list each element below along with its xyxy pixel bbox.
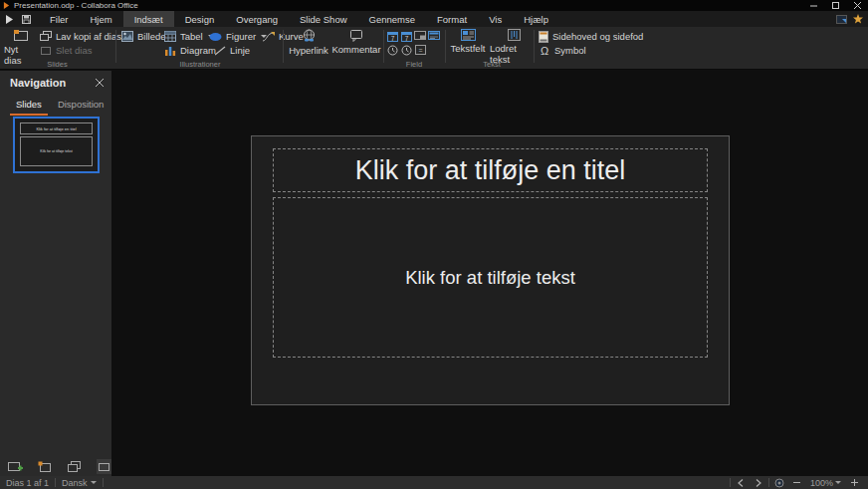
symbol-button[interactable]: Ω Symbol — [539, 44, 586, 57]
hyperlink-button[interactable]: Hyperlink — [287, 29, 330, 56]
screen-mode-icon[interactable] — [836, 15, 847, 24]
insert-time-fixed-button[interactable] — [386, 44, 398, 56]
menu-indsaet[interactable]: Indsæt — [123, 11, 174, 27]
insert-slide-count-button[interactable]: = — [414, 44, 426, 56]
image-icon — [121, 31, 133, 42]
delete-slide-button[interactable]: Slet dias — [40, 44, 92, 57]
slides-group-label: Slides — [0, 60, 114, 69]
close-icon — [854, 2, 861, 9]
menu-format[interactable]: Format — [426, 11, 478, 27]
body-placeholder[interactable]: Klik for at tilføje tekst — [273, 197, 708, 358]
insert-date-variable-button[interactable]: 7 — [400, 30, 412, 42]
thumbnail-body-placeholder: Klik for at tilføje tekst — [20, 136, 93, 166]
next-slide-button[interactable] — [751, 477, 766, 489]
insert-image-button[interactable]: Billede — [121, 30, 166, 43]
impress-app-icon — [3, 2, 10, 9]
header-footer-icon — [539, 31, 548, 43]
insert-table-button[interactable]: Tabel — [164, 30, 214, 43]
date-fixed-icon: 7 — [387, 31, 398, 42]
new-slide-toolbar-button[interactable] — [8, 459, 24, 474]
textbox-button[interactable]: Tekstfelt — [448, 29, 488, 54]
statusbar: Dias 1 af 1 Dansk — [0, 476, 868, 489]
navigation-title: Navigation — [10, 77, 66, 89]
time-variable-icon — [401, 45, 412, 56]
insert-time-variable-button[interactable] — [400, 44, 412, 56]
maximize-icon — [832, 2, 839, 9]
zoom-dropdown-arrow-icon — [835, 481, 841, 484]
delete-slide-icon — [40, 46, 52, 56]
new-slide-toolbar-icon — [8, 461, 23, 473]
zoom-in-button[interactable] — [846, 477, 862, 489]
insert-slide-title-button[interactable] — [428, 30, 440, 42]
star-icon[interactable] — [853, 14, 863, 24]
body-placeholder-text: Klik for at tilføje tekst — [405, 267, 575, 289]
statusbar-separator — [768, 478, 769, 487]
save-button[interactable] — [20, 11, 39, 27]
insert-date-fixed-button[interactable]: 7 — [386, 30, 398, 42]
previous-slide-button[interactable] — [733, 477, 749, 489]
chart-icon — [164, 45, 176, 56]
slide-number-icon — [414, 31, 426, 41]
titlebar: Presentation.odp - Collabora Office — [0, 0, 868, 11]
language-dropdown-arrow-icon — [91, 481, 97, 484]
maximize-button[interactable] — [824, 0, 846, 11]
slide-title-icon — [428, 31, 440, 41]
slide-edit-area[interactable]: Klik for at tilføje en titel Klik for at… — [251, 135, 730, 405]
textbox-icon — [461, 29, 476, 41]
title-placeholder[interactable]: Klik for at tilføje en titel — [273, 148, 708, 192]
menu-filer[interactable]: Filer — [39, 11, 79, 27]
ribbon-separator — [383, 30, 384, 63]
menubar: Filer Hjem Indsæt Design Overgang Slide … — [0, 11, 868, 27]
work-area: Navigation Slides Disposition Klik for a… — [0, 71, 868, 476]
tab-slides[interactable]: Slides — [10, 97, 48, 116]
menu-hjaelp[interactable]: Hjælp — [513, 11, 559, 27]
duplicate-slide-button[interactable]: Lav kopi af dias — [40, 30, 121, 43]
application-window: Presentation.odp - Collabora Office Fil — [0, 0, 868, 489]
insert-line-button[interactable]: Linje — [215, 44, 250, 57]
ribbon-separator — [283, 30, 284, 63]
insert-slide-number-button[interactable] — [414, 30, 426, 42]
slide-thumbnail[interactable]: Klik for at tilføje en titel Klik for at… — [13, 117, 100, 173]
header-footer-button[interactable]: Sidehoved og sidefod — [539, 30, 643, 43]
zoom-level-value: 100% — [810, 478, 833, 488]
menu-slide-show[interactable]: Slide Show — [289, 11, 358, 27]
ribbon-insert-tab: Nyt dias Lav kopi af dias Slet dias Slid… — [0, 27, 868, 70]
title-placeholder-text: Klik for at tilføje en titel — [355, 155, 626, 186]
menu-design[interactable]: Design — [174, 11, 226, 27]
time-fixed-icon — [387, 45, 398, 56]
chevron-right-icon — [756, 479, 761, 487]
slide-count-status[interactable]: Dias 1 af 1 — [0, 478, 55, 488]
language-status[interactable]: Dansk — [56, 478, 103, 488]
ribbon-separator — [534, 30, 535, 63]
window-title: Presentation.odp - Collabora Office — [14, 1, 138, 10]
menu-hjem[interactable]: Hjem — [79, 11, 122, 27]
collabora-logo-icon — [0, 11, 20, 27]
svg-text:7: 7 — [404, 34, 408, 41]
comment-button[interactable]: Kommentar — [332, 29, 380, 55]
ribbon-separator — [445, 30, 446, 63]
panel-close-icon[interactable] — [96, 79, 104, 87]
plus-icon — [851, 479, 858, 486]
minimize-button[interactable] — [802, 0, 824, 11]
save-icon — [22, 15, 31, 24]
zoom-level-control[interactable]: 100% — [807, 478, 844, 488]
slide-canvas: Klik for at tilføje en titel Klik for at… — [111, 71, 868, 476]
line-icon — [215, 46, 226, 56]
text-group-label: Tekst — [448, 60, 536, 69]
new-slide-icon — [13, 29, 29, 42]
curve-icon — [263, 32, 275, 42]
zoom-out-button[interactable] — [789, 477, 805, 489]
ribbon-separator — [115, 30, 116, 63]
close-button[interactable] — [846, 0, 868, 11]
duplicate-slide-toolbar-button[interactable] — [67, 459, 83, 474]
zoom-fit-button[interactable] — [771, 477, 787, 489]
rename-slide-toolbar-button[interactable] — [38, 459, 54, 474]
menu-vis[interactable]: Vis — [478, 11, 513, 27]
menu-overgang[interactable]: Overgang — [225, 11, 289, 27]
insert-shapes-button[interactable]: Figurer — [209, 30, 267, 43]
menu-gennemse[interactable]: Gennemse — [358, 11, 426, 27]
insert-chart-button[interactable]: Diagram — [164, 44, 216, 57]
tab-disposition[interactable]: Disposition — [52, 97, 109, 116]
statusbar-separator — [730, 478, 731, 487]
delete-slide-toolbar-button[interactable] — [97, 459, 112, 474]
